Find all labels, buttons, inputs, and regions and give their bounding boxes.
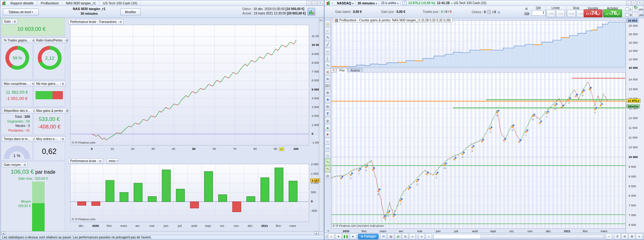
backtest-settings-icon[interactable]: ⚙ bbox=[308, 8, 315, 15]
tool-pattern-bearish-icon[interactable]: ∿ bbox=[325, 166, 330, 172]
tool-multi-segment-icon[interactable]: ≋ bbox=[325, 76, 330, 82]
wrench-icon[interactable]: ⚙ bbox=[118, 20, 123, 24]
limit-checkbox[interactable] bbox=[625, 8, 629, 11]
price-axis[interactable]: 20 00018 00016 00014 00012 00010 00020 6… bbox=[626, 18, 644, 233]
limit-sell-order-button[interactable]: ↓↑▭ bbox=[547, 10, 555, 17]
buy-button[interactable]: 12 876,2 bbox=[603, 9, 622, 17]
tool-ruler-icon[interactable]: ∕ bbox=[325, 27, 330, 34]
price-pointer-button[interactable]: ⌖ bbox=[636, 233, 642, 239]
tab-strategy[interactable]: NAS M30 tangier_r1 bbox=[62, 0, 99, 6]
reorder-button[interactable]: ⇅ bbox=[331, 68, 336, 73]
tool-fibonacci-icon[interactable]: ≣ bbox=[325, 69, 330, 75]
tool-pattern-bullish-icon[interactable]: ∿ bbox=[325, 159, 330, 165]
wrench-icon[interactable]: ⚙ bbox=[64, 39, 69, 42]
gains-plot[interactable] bbox=[331, 20, 625, 68]
left-window-button[interactable]: – bbox=[306, 1, 311, 5]
toolbar-chart-type-icon[interactable]: ❚❚ bbox=[342, 233, 349, 239]
keyboard-icon[interactable]: ⌨ bbox=[524, 12, 529, 16]
stop-points-input[interactable]: 10 bbox=[633, 13, 638, 17]
toolbar-indicators-caret-icon[interactable]: ▾ bbox=[335, 233, 342, 239]
toolbar-drag-handle[interactable]: ⣿ bbox=[326, 235, 327, 238]
stop-sell-order-button[interactable]: ↑↓▭ bbox=[567, 10, 576, 17]
tool-pencil-icon[interactable]: ✎ bbox=[325, 34, 330, 41]
tool-circle-tool-icon[interactable]: ◍ bbox=[325, 172, 330, 179]
qty-input[interactable]: 1 bbox=[532, 10, 546, 16]
sell-button[interactable]: 12 874,2 bbox=[584, 9, 602, 17]
tab-probacktest[interactable]: ProBacktest bbox=[37, 0, 63, 6]
tab-autres[interactable]: Autres bbox=[348, 68, 363, 73]
tab-prix[interactable]: Prix bbox=[336, 68, 347, 73]
wrench-icon[interactable]: ⚙ bbox=[60, 82, 65, 85]
max-runup-value: 11 362,00 € bbox=[1, 90, 32, 95]
partager-button[interactable]: ◀ Partager bbox=[358, 234, 379, 239]
zoom-out-button[interactable]: ⊖ bbox=[621, 233, 628, 239]
toolbar-bars-icon[interactable]: ▥ bbox=[395, 233, 401, 239]
page-prev-button[interactable]: ‹ bbox=[425, 233, 432, 239]
tool-duplicate-icon[interactable]: ⧉ bbox=[325, 103, 330, 110]
tool-arrow-up-icon[interactable]: ▲ bbox=[325, 124, 330, 131]
wrench-icon[interactable]: ⚙ bbox=[60, 138, 65, 141]
svg-text:9: 9 bbox=[582, 94, 584, 97]
modify-button[interactable]: Modifier bbox=[120, 8, 141, 15]
partager-label: Partager bbox=[364, 235, 376, 238]
tool-pitchfork-icon[interactable]: ψ bbox=[325, 117, 330, 124]
orders-settings-icon[interactable]: ◎ bbox=[497, 10, 500, 14]
tool-arrow-down-icon[interactable]: ▼ bbox=[325, 131, 330, 138]
wrench-icon[interactable]: ⚙ bbox=[22, 163, 27, 166]
scroll-left-chip[interactable]: « bbox=[327, 229, 329, 232]
tool-trash-icon[interactable]: ⌦ bbox=[325, 83, 330, 89]
zoom-in-button[interactable]: ⊕ bbox=[629, 233, 635, 239]
tool-rectangle-icon[interactable]: ▭ bbox=[325, 145, 330, 151]
instrument-pin-icon[interactable]: ✓ bbox=[331, 1, 334, 5]
actuel-capital: [20 603,00 €] bbox=[287, 12, 306, 15]
toolbar-report-icon[interactable]: ▤ bbox=[387, 233, 394, 239]
cancel-orders-icon[interactable] bbox=[487, 10, 491, 14]
equity-plot[interactable] bbox=[70, 25, 309, 145]
symbol-select[interactable]: NASDAQ bbox=[337, 1, 353, 5]
gains-chart-chip[interactable]: ProBacktest - Courbe gains & pertes: NAS… bbox=[333, 18, 452, 23]
tool-trendline-icon[interactable]: ╱ bbox=[325, 41, 330, 48]
right-window-button[interactable]: – bbox=[626, 1, 631, 5]
wrench-icon[interactable]: ⚙ bbox=[98, 160, 102, 163]
tab-instrument[interactable]: US Tech 100 Cash (1€) bbox=[99, 0, 141, 6]
tool-horizontal-line-icon[interactable]: ─ bbox=[325, 48, 330, 55]
toolbar-indicators-icon[interactable]: ∿ bbox=[328, 233, 335, 239]
units-select[interactable]: 15 k unités bbox=[381, 1, 398, 5]
wrench-icon[interactable]: ⚙ bbox=[12, 20, 17, 23]
tool-alert-icon[interactable]: Ω bbox=[325, 20, 330, 27]
stop-checkbox[interactable] bbox=[625, 13, 629, 17]
tool-polyline-icon[interactable]: ∿ bbox=[325, 62, 330, 68]
tool-ellipse-icon[interactable]: ○ bbox=[325, 138, 330, 145]
toolbar-link-icon[interactable]: ∞ bbox=[409, 233, 416, 239]
wrench-icon[interactable]: ⚙ bbox=[65, 109, 69, 112]
toolbar-screens-icon[interactable]: ⧉ bbox=[402, 233, 408, 239]
tool-move-icon[interactable]: ✚ bbox=[325, 96, 330, 103]
tool-settings-icon[interactable]: ⚙ bbox=[325, 90, 330, 96]
ratio-card: Ratio Gains/Pertes ⚙ 2,12 bbox=[33, 37, 65, 79]
tool-text-icon[interactable]: T bbox=[325, 110, 330, 117]
left-window-button[interactable]: × bbox=[318, 1, 323, 5]
tool-vertical-line-icon[interactable]: │ bbox=[325, 55, 330, 62]
page-first-button[interactable]: « bbox=[418, 233, 425, 239]
strategy-title-block: NAS M30 tangier_r1 30 minutes bbox=[60, 7, 118, 16]
timeframe-select[interactable]: 30 minutes bbox=[358, 1, 377, 5]
chart-scrollbar[interactable] bbox=[433, 234, 604, 239]
tool-triangle-icon[interactable]: △ bbox=[325, 152, 330, 158]
page-next-button[interactable]: › bbox=[606, 233, 612, 239]
toolbar-comment-icon[interactable]: ✉ bbox=[380, 233, 387, 239]
info-icon[interactable]: i bbox=[402, 1, 407, 5]
right-window-button[interactable]: □ bbox=[632, 1, 637, 5]
zoom-fit-button[interactable]: ⚲ bbox=[614, 233, 621, 239]
toolbar-chart-type-caret-icon[interactable]: ▾ bbox=[350, 233, 356, 239]
dashboard-select[interactable]: Tableau de bord bbox=[3, 8, 39, 15]
report-vertical-scrollbar[interactable]: ▲ bbox=[319, 18, 324, 232]
left-window-button[interactable]: □ bbox=[312, 1, 317, 5]
price-y-tick: 7 500 bbox=[629, 204, 636, 207]
price-plot[interactable]: © IT-Finance.com Données indicatives 673… bbox=[331, 72, 625, 229]
right-window-button[interactable]: × bbox=[637, 1, 642, 5]
trading-wrench-icon[interactable]: ⚙ bbox=[525, 7, 528, 11]
limit-buy-order-button[interactable]: ↑↓▱ bbox=[556, 10, 565, 17]
tab-rapport-detaille[interactable]: Rapport détaillé bbox=[7, 0, 37, 6]
period-select[interactable]: mois bbox=[107, 158, 119, 164]
monthly-plot[interactable] bbox=[70, 164, 309, 222]
